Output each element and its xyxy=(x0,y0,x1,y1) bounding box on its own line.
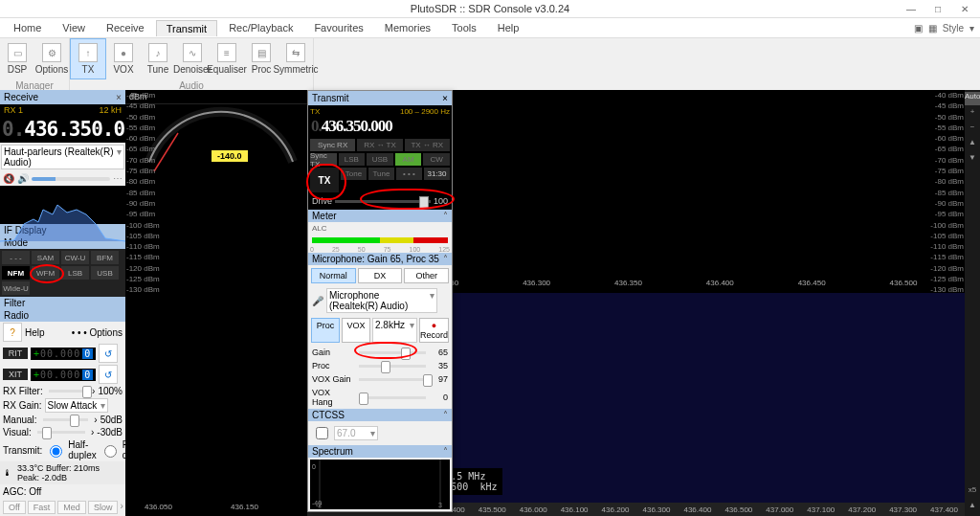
zoom-x5[interactable]: x5 xyxy=(965,485,980,499)
ctcss-select[interactable]: 67.0▾ xyxy=(334,426,378,440)
sync-rx-button[interactable]: Sync RX xyxy=(310,139,355,151)
mode-usb-tx[interactable]: USB xyxy=(367,153,393,166)
voxgain-slider[interactable] xyxy=(359,378,426,381)
gain-slider[interactable] xyxy=(359,351,426,354)
ctcss-enable[interactable] xyxy=(316,427,328,439)
volume-slider[interactable] xyxy=(32,177,110,181)
speaker-icon[interactable]: 🔊 xyxy=(17,173,29,184)
dsp-button[interactable]: ▭DSP xyxy=(0,38,34,79)
options-button[interactable]: ⚙Options xyxy=(34,38,69,79)
voxhang-slider[interactable] xyxy=(359,396,426,399)
window-icon[interactable]: ▣ xyxy=(914,23,923,34)
tx-button[interactable]: TX xyxy=(310,168,339,192)
tx-frequency-display[interactable]: 0.436.350.000 xyxy=(310,116,450,137)
tab-tools[interactable]: Tools xyxy=(442,20,486,35)
minimize-icon[interactable]: — xyxy=(900,4,923,14)
up-icon[interactable]: ▲ xyxy=(965,138,980,151)
mute-icon[interactable]: 🔇 xyxy=(3,173,14,184)
tab-home[interactable]: Home xyxy=(4,20,51,35)
collapse-icon[interactable]: ˄ xyxy=(443,211,448,221)
agc-off[interactable]: Off xyxy=(3,501,26,514)
record-button[interactable]: ● Record xyxy=(419,318,449,343)
tx-more-button[interactable]: • • • xyxy=(396,168,422,180)
more-icon[interactable]: ⋯ xyxy=(113,173,122,184)
help-icon[interactable]: ? xyxy=(3,323,22,342)
tab-receive[interactable]: Receive xyxy=(97,20,154,35)
bw-select[interactable]: 2.8kHz▾ xyxy=(372,318,417,343)
tab-help[interactable]: Help xyxy=(488,20,529,35)
mode-cwu[interactable]: CW-U xyxy=(61,251,89,264)
xit-reset[interactable]: ↺ xyxy=(99,365,118,384)
rx-to-tx[interactable]: RX ↔ TX xyxy=(357,139,402,151)
tx-to-rx[interactable]: TX ↔ RX xyxy=(405,139,450,151)
mode-wideu[interactable]: Wide-U xyxy=(2,281,30,295)
proc-toggle[interactable]: Proc xyxy=(311,318,340,343)
rit-reset[interactable]: ↺ xyxy=(99,344,118,363)
radio-options[interactable]: • • • Options xyxy=(72,327,122,338)
audio-device-select[interactable]: Haut-parleurs (Realtek(R) Audio)▾ xyxy=(1,145,124,169)
tx-ribbon-button[interactable]: ↑TX xyxy=(70,38,106,79)
tx-panel-close-icon[interactable]: × xyxy=(442,93,448,103)
style-button[interactable]: Style xyxy=(943,23,964,34)
mic-device-select[interactable]: Microphone (Realtek(R) Audio)▾ xyxy=(326,288,437,313)
panel-close-icon[interactable]: × xyxy=(116,92,122,102)
mode-lsb-tx[interactable]: LSB xyxy=(339,153,366,166)
xit-display[interactable]: +00.0000 xyxy=(31,369,96,381)
zoom-out-icon[interactable]: − xyxy=(965,123,980,136)
other-button[interactable]: Other xyxy=(404,268,449,283)
tune-button[interactable]: ♪Tune xyxy=(141,38,175,79)
vox-button[interactable]: ●VOX xyxy=(106,38,141,79)
manual-slider[interactable] xyxy=(43,418,89,421)
equaliser-button[interactable]: ≡Equaliser xyxy=(210,38,244,79)
tx-tune-button[interactable]: Tune xyxy=(368,168,394,180)
chevron-right-icon[interactable]: › xyxy=(92,386,95,396)
agc-fast[interactable]: Fast xyxy=(28,501,56,514)
zoom-in-icon[interactable]: + xyxy=(965,107,980,121)
close-icon[interactable]: ✕ xyxy=(953,4,976,14)
tone-button[interactable]: Tone xyxy=(341,168,367,180)
dx-button[interactable]: DX xyxy=(358,268,403,283)
meter-reading: -140.0 xyxy=(212,150,248,162)
visual-slider[interactable] xyxy=(37,431,85,434)
if-spectrum[interactable] xyxy=(0,186,125,224)
symmetric-button[interactable]: ⇆Symmetric xyxy=(278,38,313,79)
mode-am-tx[interactable]: AM xyxy=(395,153,422,166)
maximize-icon[interactable]: □ xyxy=(926,4,949,14)
mode-cw-tx[interactable]: CW xyxy=(423,153,450,166)
auto-button[interactable]: Auto xyxy=(965,92,980,105)
rx-frequency-display[interactable]: 0.436.350.000 xyxy=(0,116,125,143)
rxgain-select[interactable]: Slow Attack▾ xyxy=(45,398,108,413)
mode-bfm[interactable]: BFM xyxy=(91,251,119,264)
denoiser-button[interactable]: ∿Denoiser xyxy=(175,38,210,79)
mode-nfm[interactable]: NFM xyxy=(2,266,30,280)
mode-wfm[interactable]: WFM xyxy=(32,266,59,280)
normal-button[interactable]: Normal xyxy=(311,268,356,283)
svg-text:0: 0 xyxy=(312,463,316,470)
drive-slider[interactable] xyxy=(335,200,431,203)
tab-recplayback[interactable]: Rec/Playback xyxy=(219,20,302,35)
chevron-right-icon[interactable]: › xyxy=(120,501,122,514)
mode-button[interactable]: - - - xyxy=(2,251,30,264)
mode-usb[interactable]: USB xyxy=(91,266,119,280)
tab-transmit[interactable]: Transmit xyxy=(156,20,217,36)
spectrum-section: Spectrum xyxy=(312,446,353,457)
dsp-icon: ▭ xyxy=(8,43,27,62)
agc-slow[interactable]: Slow xyxy=(88,501,119,514)
proc-slider[interactable] xyxy=(359,365,426,368)
tab-view[interactable]: View xyxy=(53,20,95,35)
layout-icon[interactable]: ▦ xyxy=(928,23,937,34)
mode-lsb[interactable]: LSB xyxy=(61,266,89,280)
sync-tx-button[interactable]: Sync TX xyxy=(310,153,337,166)
chevron-up-icon[interactable]: ▲ xyxy=(965,501,980,514)
ribbon-tabline: Home View Receive Transmit Rec/Playback … xyxy=(0,18,980,38)
rit-display[interactable]: +00.0000 xyxy=(31,348,96,360)
mic-icon: 🎤 xyxy=(312,296,323,306)
agc-med[interactable]: Med xyxy=(57,501,86,514)
half-duplex-radio[interactable]: Half-duplex xyxy=(45,439,96,460)
vox-toggle[interactable]: VOX xyxy=(342,318,370,343)
rxfilter-slider[interactable] xyxy=(49,390,86,393)
tab-memories[interactable]: Memories xyxy=(375,20,440,35)
down-icon[interactable]: ▼ xyxy=(965,153,980,167)
tab-favourites[interactable]: Favourites xyxy=(304,20,372,35)
mode-sam[interactable]: SAM xyxy=(32,251,59,264)
